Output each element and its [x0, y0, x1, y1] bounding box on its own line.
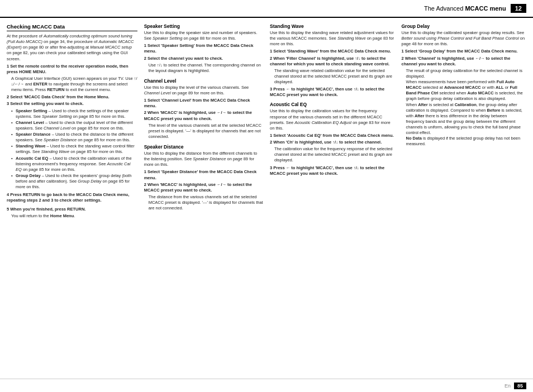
header-page-number: 12	[511, 4, 526, 13]
speaker-setting-intro: Use this to display the speaker size and…	[144, 30, 263, 41]
footer-page: 85	[514, 383, 526, 389]
channel-level-title: Channel Level	[144, 78, 263, 84]
bullet-speaker-distance: Speaker Distance – Used to check the dis…	[11, 132, 137, 143]
column-2: Speaker Setting Use this to display the …	[144, 23, 263, 374]
channel-level-section: Channel Level Use this to display the le…	[144, 78, 263, 141]
sw-step-2-detail: The standing wave related calibration va…	[274, 68, 395, 85]
cl-step-2-detail: The level of the various channels set at…	[149, 123, 263, 140]
speaker-distance-section: Speaker Distance Use this to display the…	[144, 144, 263, 213]
acoustic-cal-eq-intro: Use this to display the calibration valu…	[270, 108, 395, 131]
header-title-normal: The Advanced	[424, 5, 465, 12]
column-3: Standing Wave Use this to display the st…	[270, 23, 395, 374]
footer-lang: En	[505, 383, 511, 389]
gd-step-2-detail: The result of group delay calibration fo…	[406, 68, 527, 147]
sw-step-1: 1 Select 'Standing Wave' from the MCACC …	[270, 49, 395, 54]
gd-step-1: 1 Select 'Group Delay' from the MCACC Da…	[402, 49, 527, 54]
standing-wave-section: Standing Wave Use this to display the st…	[270, 23, 395, 99]
col1-intro: At the procedure of Automatically conduc…	[7, 34, 137, 62]
page: The Advanced MCACC menu 12 Checking MCAC…	[0, 0, 533, 392]
bullet-acoustic-eq: Acoustic Cal EQ – Used to check the cali…	[11, 156, 137, 173]
bullet-list: Speaker Setting – Used to check the sett…	[11, 108, 137, 191]
gd-step-2: 2 When 'Channel' is highlighted, use ←/→…	[402, 56, 527, 67]
sw-step-3: 3 Press ← to highlight 'MCACC', then use…	[270, 87, 395, 98]
bullet-standing-wave: Standing Wave – Used to check the standi…	[11, 144, 137, 155]
cl-step-2: 2 When 'MCACC' is highlighted, use ←/→ t…	[144, 110, 263, 121]
header-title: The Advanced MCACC menu	[424, 5, 506, 12]
aceq-step-1: 1 Select 'Acoustic Cal EQ' from the MCAC…	[270, 133, 395, 138]
step-1: 1 Set the remote control to the receiver…	[7, 64, 137, 75]
aceq-step-2: 2 When 'Ch' is highlighted, use ↑/↓ to s…	[270, 140, 395, 145]
sw-step-2: 2 When 'Filter Channel' is highlighted, …	[270, 56, 395, 67]
column-1: Checking MCACC Data At the procedure of …	[7, 23, 137, 374]
bullet-speaker-setting: Speaker Setting – Used to check the sett…	[11, 108, 137, 119]
cl-step-1: 1 Select 'Channel Level' from the MCACC …	[144, 98, 263, 109]
speaker-distance-intro: Use this to display the distance from th…	[144, 151, 263, 168]
section-checking-mcacc: Checking MCACC Data	[7, 23, 137, 31]
aceq-step-3: 3 Press ← to highlight 'MCACC', then use…	[270, 165, 395, 176]
standing-wave-intro: Use this to display the standing wave re…	[270, 30, 395, 47]
step-1-detail: A Graphical User Interface (GUI) screen …	[11, 76, 137, 93]
step-5: 5 When you're finished, press RETURN.	[7, 207, 137, 212]
ss-step-2-detail: Use ↑/↓ to select the channel. The corre…	[149, 63, 263, 74]
acoustic-cal-eq-section: Acoustic Cal EQ Use this to display the …	[270, 102, 395, 177]
header: The Advanced MCACC menu 12	[0, 0, 533, 18]
speaker-setting-title: Speaker Setting	[144, 23, 263, 29]
standing-wave-title: Standing Wave	[270, 23, 395, 29]
ss-step-2: 2 Select the channel you want to check.	[144, 56, 263, 61]
acoustic-cal-eq-title: Acoustic Cal EQ	[270, 102, 395, 107]
ss-step-1: 1 Select 'Speaker Setting' from the MCAC…	[144, 43, 263, 54]
column-4: Group Delay Use this to display the cali…	[402, 23, 527, 374]
footer: En 85	[0, 379, 533, 392]
bullet-group-delay: Group Delay – Used to check the speakers…	[11, 173, 137, 190]
speaker-distance-title: Speaker Distance	[144, 144, 263, 150]
step-3: 3 Select the setting you want to check.	[7, 101, 137, 107]
sd-step-2: 2 When 'MCACC' is highlighted, use ←/→ t…	[144, 182, 263, 193]
channel-level-intro: Use this to display the level of the var…	[144, 85, 263, 96]
aceq-step-2-detail: The calibration value for the frequency …	[274, 146, 395, 163]
main-content: Checking MCACC Data At the procedure of …	[0, 18, 533, 379]
sd-step-2-detail: The distance from the various channels s…	[149, 194, 263, 211]
group-delay-title: Group Delay	[402, 23, 527, 29]
sd-step-1: 1 Select 'Speaker Distance' from the MCA…	[144, 169, 263, 180]
step-5-detail: You will return to the Home Menu.	[11, 213, 137, 219]
group-delay-section: Group Delay Use this to display the cali…	[402, 23, 527, 149]
bullet-channel-level: Channel Level – Used to check the output…	[11, 120, 137, 131]
step-4: 4 Press RETURN to go back to the MCACC D…	[7, 192, 137, 203]
step-2: 2 Select 'MCACC Data Check' from the Hom…	[7, 94, 137, 100]
group-delay-intro: Use this to display the calibrated speak…	[402, 30, 527, 47]
speaker-setting-section: Speaker Setting Use this to display the …	[144, 23, 263, 75]
header-title-bold: MCACC menu	[465, 5, 506, 12]
